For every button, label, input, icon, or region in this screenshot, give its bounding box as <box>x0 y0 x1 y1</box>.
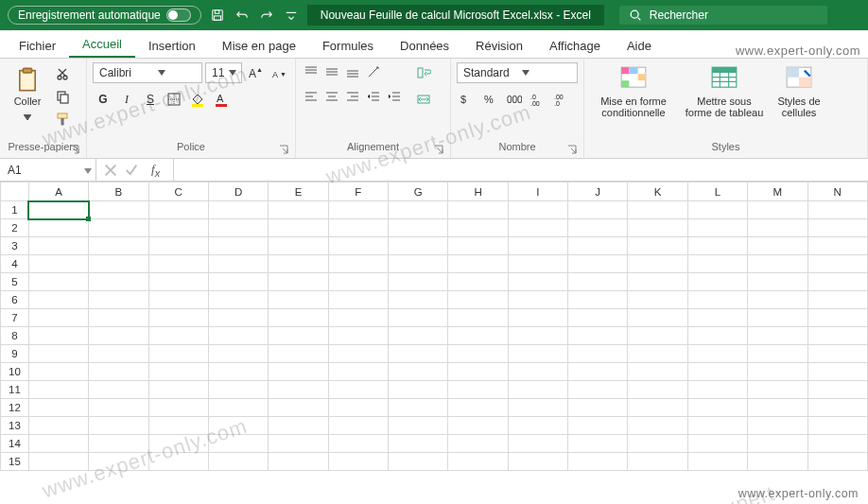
cell[interactable] <box>208 291 268 309</box>
cell[interactable] <box>568 255 628 273</box>
cell[interactable] <box>389 363 448 381</box>
cell[interactable] <box>628 255 687 273</box>
cell[interactable] <box>148 255 208 273</box>
cell[interactable] <box>568 327 628 345</box>
cell[interactable] <box>448 237 508 255</box>
row-header[interactable]: 8 <box>1 327 29 345</box>
cell[interactable] <box>687 255 747 273</box>
cell[interactable] <box>328 417 388 435</box>
cell[interactable] <box>687 273 747 291</box>
cell[interactable] <box>748 309 807 327</box>
cell[interactable] <box>568 201 628 219</box>
cell[interactable] <box>687 435 747 453</box>
cell[interactable] <box>508 435 567 453</box>
cell[interactable] <box>269 363 328 381</box>
cell[interactable] <box>748 237 807 255</box>
cell[interactable] <box>148 435 208 453</box>
cell[interactable] <box>208 255 268 273</box>
cell[interactable] <box>269 219 328 237</box>
accounting-format-button[interactable]: $ <box>457 89 477 110</box>
cell[interactable] <box>389 273 448 291</box>
cell[interactable] <box>628 381 687 399</box>
cell[interactable] <box>28 417 88 435</box>
cell[interactable] <box>389 453 448 471</box>
cell[interactable] <box>687 237 747 255</box>
cell[interactable] <box>269 237 328 255</box>
cell[interactable] <box>389 309 448 327</box>
cell[interactable] <box>28 291 88 309</box>
cell[interactable] <box>807 345 868 363</box>
cell[interactable] <box>687 363 747 381</box>
tab-affichage[interactable]: Affichage <box>536 33 614 58</box>
column-header[interactable]: E <box>269 182 328 201</box>
cut-button[interactable] <box>53 64 72 83</box>
cell[interactable] <box>748 417 807 435</box>
row-header[interactable]: 7 <box>1 309 29 327</box>
cell[interactable] <box>628 201 687 219</box>
row-header[interactable]: 9 <box>1 345 29 363</box>
cell[interactable] <box>269 417 328 435</box>
cell[interactable] <box>508 201 567 219</box>
cell[interactable] <box>269 273 328 291</box>
cell[interactable] <box>328 453 388 471</box>
cell[interactable] <box>89 255 148 273</box>
cell[interactable] <box>389 219 448 237</box>
cell[interactable] <box>328 201 388 219</box>
cell[interactable] <box>28 453 88 471</box>
cancel-formula-button[interactable] <box>102 162 119 179</box>
cell[interactable] <box>748 273 807 291</box>
orientation-button[interactable] <box>364 62 383 81</box>
row-header[interactable]: 10 <box>1 363 29 381</box>
cell[interactable] <box>448 363 508 381</box>
cell[interactable] <box>508 219 567 237</box>
cell[interactable] <box>208 399 268 417</box>
row-header[interactable]: 13 <box>1 417 29 435</box>
align-right-button[interactable] <box>343 87 362 106</box>
decrease-decimal-button[interactable]: .00.0 <box>551 89 572 110</box>
cell[interactable] <box>748 399 807 417</box>
cell[interactable] <box>508 417 567 435</box>
enter-formula-button[interactable] <box>123 162 140 179</box>
cell[interactable] <box>687 309 747 327</box>
cell[interactable] <box>148 327 208 345</box>
cell[interactable] <box>328 309 388 327</box>
borders-button[interactable] <box>164 89 184 110</box>
cell[interactable] <box>807 255 868 273</box>
cell[interactable] <box>89 345 148 363</box>
cell[interactable] <box>208 381 268 399</box>
cell[interactable] <box>807 273 868 291</box>
cell[interactable] <box>148 273 208 291</box>
cell[interactable] <box>28 435 88 453</box>
cell[interactable] <box>208 327 268 345</box>
tab-accueil[interactable]: Accueil <box>69 31 135 58</box>
cell[interactable] <box>568 381 628 399</box>
redo-icon[interactable] <box>258 7 275 24</box>
decrease-font-button[interactable]: A▼ <box>269 62 289 83</box>
cell[interactable] <box>208 345 268 363</box>
cell[interactable] <box>208 273 268 291</box>
align-top-button[interactable] <box>302 62 321 81</box>
cell-styles-button[interactable]: Styles de cellules <box>772 62 826 122</box>
cell[interactable] <box>328 255 388 273</box>
row-header[interactable]: 2 <box>1 219 29 237</box>
select-all-corner[interactable] <box>1 182 29 201</box>
cell[interactable] <box>628 237 687 255</box>
cell[interactable] <box>687 381 747 399</box>
increase-font-button[interactable]: A▲ <box>245 62 266 83</box>
comma-format-button[interactable]: 000 <box>504 89 525 110</box>
cell[interactable] <box>748 363 807 381</box>
cell[interactable] <box>448 417 508 435</box>
cell[interactable] <box>148 453 208 471</box>
cell[interactable] <box>269 201 328 219</box>
cell[interactable] <box>269 345 328 363</box>
cell[interactable] <box>389 237 448 255</box>
cell[interactable] <box>508 255 567 273</box>
cell[interactable] <box>148 219 208 237</box>
cell[interactable] <box>807 219 868 237</box>
cell[interactable] <box>568 237 628 255</box>
cell[interactable] <box>807 363 868 381</box>
cell[interactable] <box>568 435 628 453</box>
worksheet-grid[interactable]: ABCDEFGHIJKLMN123456789101112131415 www.… <box>0 182 868 504</box>
cell[interactable] <box>208 237 268 255</box>
cell[interactable] <box>89 381 148 399</box>
